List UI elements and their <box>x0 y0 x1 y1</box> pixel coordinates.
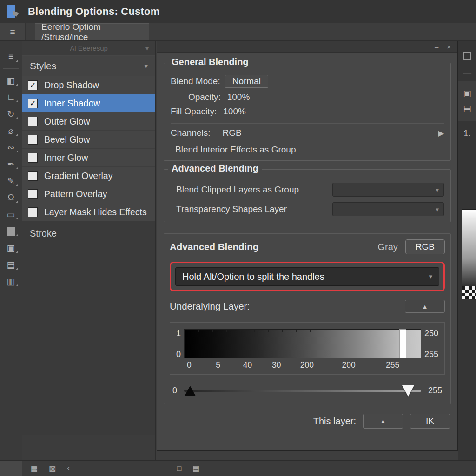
ok-button[interactable]: IK <box>410 414 450 429</box>
link-tool-icon[interactable]: ∾ <box>3 139 19 156</box>
notes-tool-icon[interactable]: ▥ <box>3 273 19 290</box>
general-blending-group: General Blending Blend Mode: Normal Opac… <box>164 63 451 161</box>
styles-panel-header[interactable]: Styles ▾ <box>22 56 155 76</box>
styles-panel-ghost-header[interactable]: Al Eeeresup ▾ <box>22 41 155 56</box>
style-item-label: Bevel Glow <box>44 134 90 145</box>
toolbar-divider <box>3 68 19 69</box>
advanced-blending-title-1: Advanced Blending <box>168 163 262 174</box>
ramp-left-bottom-label: 0 <box>176 350 181 358</box>
crop-tool-icon[interactable]: ◧ <box>3 72 19 89</box>
channels-label: Channels: <box>171 128 211 138</box>
advanced-blending-group-1: Advanced Blending Blend Clipped Layers a… <box>164 169 451 222</box>
ramp-white-marker[interactable] <box>399 329 406 358</box>
slider-white-handle[interactable] <box>402 385 414 397</box>
blend-mode-label: Blend Mode: <box>171 76 220 86</box>
checkbox[interactable]: ✓ <box>28 153 38 163</box>
arrow-right-icon[interactable]: ▶ <box>438 129 444 138</box>
checkbox[interactable]: ✓ <box>28 189 38 199</box>
thumbnail-icon[interactable]: ▦ <box>31 464 38 473</box>
back-arrow-icon[interactable]: ⇐ <box>67 464 73 473</box>
transparency-shapes-label: Transparency Shapes Layer <box>176 204 287 214</box>
blend-if-dropdown-value: Hold Alt/Option to split the handles <box>182 271 324 282</box>
opacity-value[interactable]: 100% <box>227 92 250 102</box>
gradient-ramp-panel: 1 0 250 255 0 5 <box>170 322 445 375</box>
blend-clipped-dropdown[interactable]: ▾ <box>332 183 444 197</box>
tool-rail: ≡ ◧ ∟ ↻ ⌀ ∾ ✒ ✎ Ω ▭ ▣ ▤ ▥ <box>0 41 22 460</box>
divider <box>171 123 444 124</box>
channels-value[interactable]: RGB <box>223 128 242 138</box>
blend-if-dropdown[interactable]: Hold Alt/Option to split the handles ▾ <box>175 267 439 286</box>
pencil-tool-icon[interactable]: ✎ <box>3 172 19 189</box>
swatch-tool-icon[interactable] <box>3 223 19 239</box>
document-icon[interactable]: ▤ <box>192 464 199 473</box>
checkbox[interactable]: ✓ <box>28 99 38 108</box>
checkbox[interactable]: ✓ <box>28 117 38 126</box>
lasso-tool-icon[interactable]: Ω <box>3 189 19 206</box>
blend-if-slider-row: 0 255 <box>170 386 445 396</box>
style-item-label: Layer Mask Hides Effects <box>44 207 147 218</box>
marquee-tool-icon[interactable]: ▭ <box>3 206 19 223</box>
square-frame-icon[interactable]: □ <box>177 464 182 473</box>
style-item-layer-mask-hides-effects[interactable]: ✓ Layer Mask Hides Effects <box>22 203 155 221</box>
square-icon[interactable] <box>463 52 471 60</box>
artboard-tool-icon[interactable]: ▤ <box>3 256 19 273</box>
style-item-label: Outer Glow <box>44 116 90 127</box>
list-icon: ≡ <box>10 27 15 37</box>
transparency-shapes-dropdown[interactable]: ▾ <box>332 202 444 216</box>
slider-black-handle[interactable] <box>185 386 196 396</box>
rgb-button[interactable]: RGB <box>405 239 445 254</box>
style-item-pattern-overlay[interactable]: ✓ Pattern Overlay <box>22 185 155 203</box>
style-item-gradient-overlay[interactable]: ✓ Gradient Overlay <box>22 167 155 185</box>
pattern-tool-icon[interactable]: ▣ <box>3 239 19 256</box>
checkbox[interactable]: ✓ <box>28 207 38 217</box>
highlight-red-box: Hold Alt/Option to split the handles ▾ <box>170 262 445 291</box>
stroke-item[interactable]: Stroke <box>30 228 57 238</box>
list-panel-icon[interactable]: ▤ <box>463 103 471 113</box>
style-item-inner-shadow[interactable]: ✓ Inner Shadow <box>22 94 155 112</box>
window-title: Blending Options: Custom <box>28 6 159 18</box>
right-panel-label: 1: <box>463 128 471 139</box>
panel-list-icon[interactable]: ≡ <box>0 23 26 40</box>
this-layer-up-button[interactable]: ▲ <box>363 414 403 429</box>
underlying-layer-label: Underalying Layer: <box>170 301 250 312</box>
chevron-down-icon: ▾ <box>436 206 439 213</box>
checkbox[interactable]: ✓ <box>28 80 38 90</box>
chevron-down-icon: ▾ <box>436 186 439 193</box>
underlying-layer-up-button[interactable]: ▲ <box>405 300 445 313</box>
image-panel-icon[interactable]: ▣ <box>463 88 471 99</box>
window-titlebar: Blending Options: Custom <box>0 0 476 23</box>
this-layer-label: This layer: <box>313 416 356 427</box>
opacity-label: Opacity: <box>188 92 221 102</box>
style-item-label: Pattern Overlay <box>44 189 107 199</box>
gradient-swatch[interactable] <box>462 209 476 299</box>
zoom-tool-icon[interactable]: ⌀ <box>3 122 19 139</box>
gradient-ramp[interactable] <box>184 329 421 358</box>
fill-opacity-value[interactable]: 100% <box>223 106 246 117</box>
style-item-inner-glow[interactable]: ✓ Inner Glow <box>22 149 155 167</box>
style-item-bevel-glow[interactable]: ✓ Bevel Glow <box>22 131 155 149</box>
blend-if-slider-track[interactable] <box>184 390 421 392</box>
corner-tool-icon[interactable]: ∟ <box>3 89 19 106</box>
style-item-label: Inner Shadow <box>44 98 100 109</box>
styles-panel: Al Eeeresup ▾ Styles ▾ ✓ Drop Shadow ✓ I… <box>22 41 156 460</box>
grid-icon[interactable]: ▩ <box>49 464 56 473</box>
document-tab[interactable]: Eererlo Optiom /Strusd/ince <box>35 23 149 40</box>
style-item-outer-glow[interactable]: ✓ Outer Glow <box>22 112 155 131</box>
style-item-label: Inner Glow <box>44 152 88 163</box>
checkbox[interactable]: ✓ <box>28 171 38 181</box>
minimize-icon[interactable]: – <box>435 43 438 50</box>
pen-tool-icon[interactable]: ✒ <box>3 156 19 172</box>
text-lines-tool-icon[interactable]: ≡ <box>3 48 19 65</box>
chevron-down-icon: ▾ <box>144 62 148 70</box>
blend-mode-select[interactable]: Normal <box>225 75 268 88</box>
style-item-drop-shadow[interactable]: ✓ Drop Shadow <box>22 76 155 94</box>
close-icon[interactable]: × <box>447 43 451 50</box>
rotate-tool-icon[interactable]: ↻ <box>3 106 19 122</box>
transparency-checker <box>462 286 476 299</box>
blend-clipped-label: Blend Clipped Layers as Group <box>176 185 299 195</box>
general-blending-title: General Blending <box>168 57 252 67</box>
check-icon: ✓ <box>29 81 36 89</box>
app-icon <box>7 5 15 18</box>
checkbox[interactable]: ✓ <box>28 135 38 145</box>
dialog-titlebar: – × <box>157 41 457 53</box>
